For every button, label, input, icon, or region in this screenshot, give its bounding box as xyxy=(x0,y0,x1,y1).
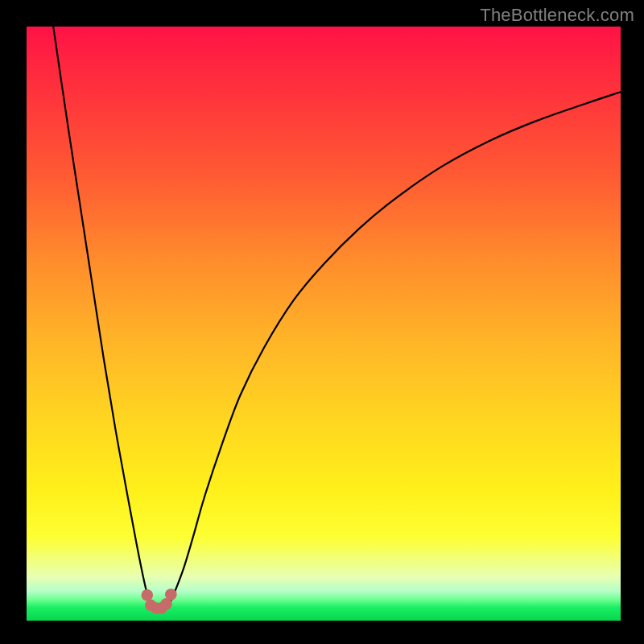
trough-dot xyxy=(142,589,154,601)
curve-layer xyxy=(27,27,621,621)
curve-left-branch xyxy=(53,27,155,608)
curve-right-branch xyxy=(164,92,621,608)
plot-area xyxy=(27,27,621,621)
trough-dot xyxy=(165,588,177,601)
chart-frame: TheBottleneck.com xyxy=(0,0,644,644)
watermark-text: TheBottleneck.com xyxy=(480,5,634,26)
